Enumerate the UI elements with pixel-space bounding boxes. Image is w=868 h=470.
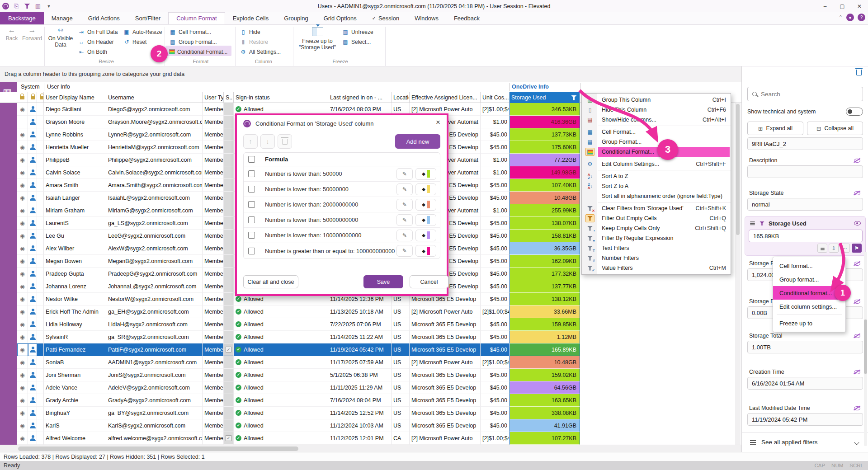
cell-license[interactable]: Microsoft 365 E5 Develop (410, 419, 481, 432)
cell-user-type[interactable]: Member (203, 306, 224, 318)
edit-rule-pencil-icon[interactable]: ✎ (396, 214, 413, 226)
cell-system-flag[interactable] (224, 280, 234, 293)
cell-display-name[interactable]: Lynne Robbins (44, 128, 106, 141)
cell-username[interactable]: MeganB@sygx2.onmicrosoft.com (106, 255, 203, 268)
maximize-button[interactable]: ▢ (834, 0, 851, 12)
reset-button[interactable]: ↺Reset (123, 37, 146, 47)
add-new-rule-button[interactable]: Add new (395, 134, 440, 149)
menu-item-group-this-column[interactable]: ▥Group This ColumnCtrl+I (582, 95, 731, 105)
cell-format-button[interactable]: ▦Cell Format... (169, 27, 211, 37)
session-radio-cell[interactable]: ◉ (17, 242, 28, 255)
cell-unit-cost[interactable]: $45.00 (481, 407, 509, 419)
tab-manage[interactable]: Manage (44, 12, 80, 24)
cell-username[interactable]: ga_BY@sygx2.onmicrosoft.com (106, 407, 203, 419)
session-radio-cell[interactable]: ◉ (17, 381, 28, 394)
tab-explode-cells[interactable]: Explode Cells (225, 12, 277, 24)
cell-storage-used[interactable]: 137.73KB (509, 128, 580, 141)
cell-system-flag[interactable] (224, 242, 234, 255)
cell-unit-cost[interactable]: $45.00 (481, 369, 509, 381)
rule-color-button[interactable]: ◆ (415, 214, 436, 226)
cell-username[interactable]: Philippe@sygx2.onmicrosoft.com (106, 154, 203, 166)
cell-unit-cost[interactable]: $45.00 (481, 217, 509, 230)
user-icon-cell[interactable] (28, 141, 37, 154)
session-radio-cell[interactable]: ◉ (17, 306, 28, 318)
group-format-button[interactable]: ▤Group Format... (169, 37, 217, 47)
cell-username[interactable]: NestorW@sygx2.onmicrosoft.com (106, 293, 203, 306)
user-icon-cell[interactable] (28, 166, 37, 179)
cell-user-type[interactable]: Member (203, 128, 224, 141)
cell-license[interactable]: Microsoft 365 E5 Develop (410, 381, 481, 394)
cell-unit-cost[interactable]: $45.00 (481, 141, 509, 154)
technical-toggle[interactable] (846, 108, 863, 116)
column-header[interactable]: S... (224, 92, 234, 103)
cell-unit-cost[interactable]: $45.00 (481, 192, 509, 204)
filter-funnel-icon[interactable] (571, 95, 577, 100)
cell-unit-cost[interactable]: [2]$1.00;$4 (481, 103, 509, 116)
column-header[interactable]: User Type (203, 92, 224, 103)
cell-user-type[interactable]: Member (203, 394, 224, 407)
cell-username[interactable]: Amara.Smith@sygx2.onmicrosoft.com (106, 179, 203, 192)
cell-system-flag[interactable] (224, 419, 234, 432)
cell-storage-used[interactable]: 138.12KB (509, 293, 580, 306)
freeze-up-to-button[interactable]: Freeze up to "Storage Used" (297, 26, 338, 59)
eye-hidden-icon[interactable] (854, 157, 861, 164)
cell-display-name[interactable]: Amara Smith (44, 179, 106, 192)
user-icon-cell[interactable] (28, 217, 37, 230)
field-input-last-modified-date-time[interactable]: 11/19/2024 05:42 PM (747, 413, 863, 426)
cell-signin-status[interactable]: ✓Allowed (234, 407, 328, 419)
eye-hidden-icon[interactable] (854, 405, 861, 411)
cell-location[interactable]: US (392, 407, 410, 419)
tab-windows[interactable]: Windows (407, 12, 446, 24)
cell-last-signed-in[interactable]: 11/13/2025 10:18 AM (328, 306, 392, 318)
cell-user-type[interactable]: Member (203, 432, 224, 445)
column-header-storage-used[interactable]: Storage Used (509, 92, 580, 103)
cell-unit-cost[interactable]: $45.00 (481, 280, 509, 293)
user-icon-cell[interactable] (28, 230, 37, 242)
session-radio-cell[interactable]: ◉ (17, 343, 28, 356)
delete-rule-button[interactable] (278, 134, 292, 149)
back-button[interactable]: ← Back (3, 26, 21, 59)
session-radio-cell[interactable]: ◉ (17, 179, 28, 192)
session-radio-cell[interactable]: ◉ (17, 280, 28, 293)
menu-item-sort-z-to-a[interactable]: ZA↓Sort Z to A (582, 181, 731, 191)
session-radio-cell[interactable]: ◉ (17, 154, 28, 166)
on-visible-data-button[interactable]: ⇿ On Visible Data (46, 26, 75, 59)
cell-last-signed-in[interactable]: 11/14/2025 11:22 AM (328, 331, 392, 343)
tab-grid-actions[interactable]: Grid Actions (80, 12, 127, 24)
cell-unit-cost[interactable]: $1.00 (481, 116, 509, 128)
cell-username[interactable]: IsaiahL@sygx2.onmicrosoft.com (106, 192, 203, 204)
tab-column-format[interactable]: Column Format (168, 12, 225, 24)
menu-item-clear-filters-from-storage-used[interactable]: ✕Clear Filters from 'Storage Used'Ctrl+S… (582, 203, 731, 213)
session-radio-cell[interactable]: ◉ (17, 230, 28, 242)
cell-user-type[interactable]: Member (203, 419, 224, 432)
session-radio-cell[interactable]: ◉ (17, 204, 28, 217)
search-input[interactable] (761, 91, 851, 98)
cancel-button[interactable]: Cancel (410, 275, 448, 288)
privacy-icon[interactable]: ● (846, 14, 854, 21)
cell-username[interactable]: DiegoS@sygx2.onmicrosoft.com (106, 103, 203, 116)
cell-display-name[interactable]: Pradeep Gupta (44, 268, 106, 280)
menu-item-number-filters[interactable]: #Number Filters (582, 253, 731, 263)
cell-signin-status[interactable]: ✓Allowed (234, 432, 328, 445)
cell-unit-cost[interactable]: [2]$1.00;$4 (481, 356, 509, 369)
cell-unit-cost[interactable]: $45.00 (481, 255, 509, 268)
rule-color-button[interactable]: ◆ (415, 245, 436, 257)
on-both-button[interactable]: ⇤On Both (78, 47, 107, 56)
edit-rule-pencil-icon[interactable]: ✎ (396, 183, 413, 195)
cell-display-name[interactable]: Erick Hoff The Admin (44, 306, 106, 318)
menu-item-sort-a-to-z[interactable]: AZ↓Sort A to Z (582, 171, 731, 181)
table-row[interactable]: ◉Grady ArchieGradyA@sygx2.onmicrosoft.co… (0, 394, 741, 407)
cell-storage-used[interactable]: 41.91GB (509, 419, 580, 432)
cell-system-flag[interactable] (224, 192, 234, 204)
cell-username[interactable]: MiriamG@sygx2.onmicrosoft.com (106, 204, 203, 217)
user-icon-cell[interactable] (28, 394, 37, 407)
save-button[interactable]: Save (363, 275, 403, 288)
select-button[interactable]: ▤Select... (342, 37, 371, 47)
cell-location[interactable]: US (392, 419, 410, 432)
menu-item-value-filters[interactable]: ✓Value FiltersCtrl+M (582, 263, 731, 273)
band-system[interactable]: System (21, 84, 40, 90)
cell-unit-cost[interactable]: $45.00 (481, 179, 509, 192)
on-full-data-button[interactable]: ⇥On Full Data (78, 27, 118, 37)
cell-storage-used[interactable]: 416.36GB (509, 116, 580, 128)
table-row[interactable]: ◉SoniaBAADMIN1@sygx2.onmicrosoft.comMemb… (0, 356, 741, 369)
